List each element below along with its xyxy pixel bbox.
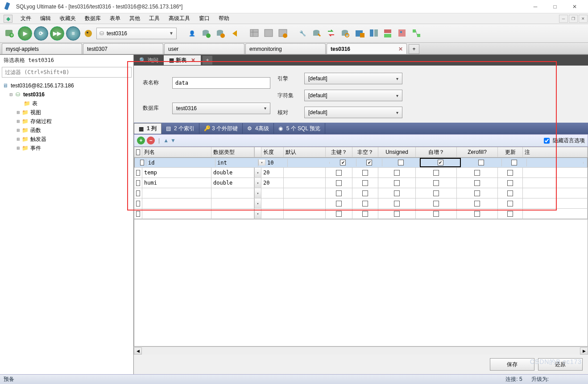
notnull-checkbox[interactable] — [362, 170, 368, 176]
table-row[interactable]: ▾ — [134, 188, 588, 198]
zerofill-checkbox[interactable] — [478, 160, 484, 165]
zerofill-checkbox[interactable] — [474, 180, 480, 186]
select-all-checkbox[interactable] — [136, 149, 140, 155]
notnull-checkbox[interactable] — [366, 160, 372, 165]
transfer-icon[interactable] — [325, 27, 337, 40]
unsigned-checkbox[interactable] — [394, 190, 400, 196]
table-row[interactable]: ▾ — [134, 198, 588, 209]
zerofill-checkbox[interactable] — [474, 201, 480, 206]
collapse-icon[interactable]: ⊟ — [8, 92, 14, 97]
comment-cell[interactable] — [523, 168, 588, 178]
mdi-minimize-button[interactable]: ─ — [559, 15, 568, 23]
expand-icon[interactable]: ⊞ — [15, 146, 21, 150]
db-refresh-icon[interactable] — [214, 27, 227, 40]
comment-cell[interactable] — [527, 162, 584, 164]
collation-select[interactable]: [default]▾ — [304, 107, 402, 118]
delete-row-button[interactable]: − — [147, 136, 155, 145]
unsigned-checkbox[interactable] — [394, 180, 400, 186]
schedule-icon[interactable] — [353, 27, 366, 40]
schema-icon[interactable] — [382, 27, 394, 40]
subtab-fk[interactable]: 🔑3 个外部键 — [199, 123, 243, 134]
add-row-button[interactable]: + — [137, 136, 145, 145]
save-button[interactable]: 保存 — [490, 358, 534, 371]
comment-cell[interactable] — [523, 188, 588, 198]
scroll-right-icon[interactable]: ▶ — [580, 347, 588, 355]
tables-node[interactable]: 表 — [32, 100, 37, 107]
col-length-cell[interactable] — [261, 209, 284, 219]
autoinc-checkbox[interactable] — [438, 160, 443, 165]
menu-database[interactable]: 数据库 — [80, 14, 105, 24]
menu-favorites[interactable]: 收藏夹 — [55, 14, 80, 24]
row-checkbox[interactable] — [136, 201, 140, 206]
sync-icon[interactable]: 🔧 — [296, 27, 309, 40]
col-name-cell[interactable] — [142, 209, 211, 219]
conn-node[interactable]: test0316@82.156.173.186 — [11, 83, 74, 89]
col-name-cell[interactable] — [142, 188, 211, 198]
tab-add-button[interactable]: + — [409, 44, 419, 54]
type-dropdown-icon[interactable]: ▾ — [254, 178, 261, 188]
user-icon[interactable]: 👤 — [186, 27, 198, 40]
menu-edit[interactable]: 编辑 — [36, 14, 55, 24]
table-icon-2[interactable] — [262, 27, 275, 40]
table-row[interactable]: tempdouble▾20 — [134, 168, 588, 178]
unsigned-checkbox[interactable] — [394, 211, 400, 217]
maximize-button[interactable]: □ — [545, 1, 565, 12]
table-icon-3[interactable] — [277, 27, 289, 40]
hide-lang-checkbox[interactable] — [544, 138, 550, 144]
row-checkbox[interactable] — [136, 190, 140, 196]
col-default-cell[interactable] — [284, 178, 326, 188]
unsigned-checkbox[interactable] — [394, 201, 400, 206]
row-checkbox[interactable] — [140, 160, 144, 165]
tab-user[interactable]: user — [164, 43, 244, 54]
col-default-cell[interactable] — [284, 188, 326, 198]
col-default-cell[interactable] — [284, 168, 326, 178]
update-checkbox[interactable] — [507, 180, 513, 186]
row-checkbox[interactable] — [136, 180, 140, 186]
col-type-cell[interactable] — [211, 209, 254, 219]
app-menu-icon[interactable]: ◆ — [4, 15, 12, 23]
tab-close-icon[interactable]: ✕ — [191, 57, 195, 63]
update-checkbox[interactable] — [507, 211, 513, 217]
notnull-checkbox[interactable] — [362, 190, 368, 196]
tab-close-icon[interactable]: ✕ — [398, 46, 403, 52]
table-icon-1[interactable] — [248, 27, 261, 40]
expand-icon[interactable]: ⊞ — [15, 110, 21, 115]
autoinc-checkbox[interactable] — [433, 190, 439, 196]
notnull-checkbox[interactable] — [362, 180, 368, 186]
search-icon[interactable] — [339, 27, 352, 40]
format-icon[interactable]: ≡ — [66, 26, 80, 41]
menu-other[interactable]: 其他 — [125, 14, 145, 24]
type-dropdown-icon[interactable]: ▾ — [258, 160, 265, 165]
col-name-cell[interactable]: id — [146, 159, 215, 167]
expand-icon[interactable]: ⊞ — [15, 137, 21, 141]
table-row[interactable]: ▾ — [134, 209, 588, 219]
run-all-icon[interactable]: ⟳ — [34, 26, 48, 41]
tab-emmonitoring[interactable]: emmonitoring — [245, 43, 326, 54]
views-node[interactable]: 视图 — [30, 109, 41, 116]
unsigned-checkbox[interactable] — [398, 160, 404, 165]
col-length-cell[interactable] — [261, 188, 284, 198]
col-type-cell[interactable]: double — [211, 178, 254, 188]
menu-table[interactable]: 表单 — [105, 14, 125, 24]
close-button[interactable]: ✕ — [565, 1, 584, 12]
move-up-icon[interactable]: ▲ — [163, 137, 169, 144]
autoinc-checkbox[interactable] — [433, 211, 439, 217]
tab-newtable[interactable]: ▦新表✕ — [164, 55, 201, 65]
menu-help[interactable]: 帮助 — [214, 14, 234, 24]
subtab-indexes[interactable]: ▤2 个索引 — [161, 123, 199, 134]
update-checkbox[interactable] — [507, 190, 513, 196]
horizontal-scrollbar[interactable]: ◀ ▶ — [134, 347, 588, 355]
row-checkbox[interactable] — [136, 170, 140, 176]
tab-mysql-applets[interactable]: mysql-applets — [2, 43, 82, 54]
run-query-icon[interactable]: ▶ — [18, 26, 32, 41]
autoinc-checkbox[interactable] — [433, 170, 439, 176]
compare-icon[interactable] — [368, 27, 380, 40]
col-type-cell[interactable] — [211, 198, 254, 208]
expand-icon[interactable]: ⊞ — [15, 128, 21, 132]
col-default-cell[interactable] — [284, 198, 326, 208]
pk-checkbox[interactable] — [336, 170, 342, 176]
subtab-sql[interactable]: ◉5 个 SQL 预览 — [274, 123, 325, 134]
revert-button[interactable]: 还原 — [538, 358, 583, 371]
type-dropdown-icon[interactable]: ▾ — [254, 198, 261, 208]
move-down-icon[interactable]: ▼ — [170, 137, 176, 144]
